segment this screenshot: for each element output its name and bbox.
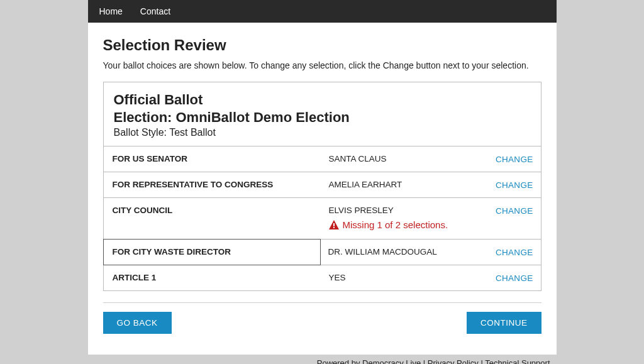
nav-home-link[interactable]: Home <box>99 6 123 16</box>
go-back-button[interactable]: GO BACK <box>103 312 172 334</box>
change-button[interactable]: CHANGE <box>496 180 533 190</box>
footer-powered: Powered by Democracy Live <box>317 358 421 365</box>
navbar: Home Contact <box>88 0 557 23</box>
selection-warning: Missing 1 of 2 selections. <box>329 219 477 231</box>
ballot-style: Ballot Style: Test Ballot <box>114 127 531 138</box>
svg-rect-1 <box>333 227 335 228</box>
ballot-row: FOR CITY WASTE DIRECTOR DR. WILLIAM MACD… <box>104 240 541 265</box>
page-container: Home Contact Selection Review Your ballo… <box>88 0 557 364</box>
page-subtitle: Your ballot choices are shown below. To … <box>103 60 541 70</box>
ballot-row: FOR REPRESENTATIVE TO CONGRESS AMELIA EA… <box>104 172 541 198</box>
main-content: Selection Review Your ballot choices are… <box>88 23 557 346</box>
selection-value: AMELIA EARHART <box>321 172 484 197</box>
change-button[interactable]: CHANGE <box>496 206 533 216</box>
contest-name: FOR CITY WASTE DIRECTOR <box>103 239 321 265</box>
ballot-title-line2: Election: OmniBallot Demo Election <box>114 109 531 126</box>
ballot-header: Official Ballot Election: OmniBallot Dem… <box>104 82 541 146</box>
selection-value: SANTA CLAUS <box>321 146 484 172</box>
footer: Powered by Democracy Live | Privacy Poli… <box>88 355 557 365</box>
footer-privacy-link[interactable]: Privacy Policy <box>428 358 479 365</box>
button-row: GO BACK CONTINUE <box>103 312 541 334</box>
change-button[interactable]: CHANGE <box>496 248 533 257</box>
change-button[interactable]: CHANGE <box>496 155 533 164</box>
selection-value: ELVIS PRESLEY <box>329 206 477 215</box>
nav-contact-link[interactable]: Contact <box>140 6 170 16</box>
warning-icon <box>329 220 339 229</box>
ballot-box: Official Ballot Election: OmniBallot Dem… <box>103 82 541 291</box>
contest-name: CITY COUNCIL <box>104 198 321 239</box>
ballot-title-line1: Official Ballot <box>114 91 531 109</box>
selection-value: YES <box>321 265 484 290</box>
svg-rect-0 <box>333 223 335 226</box>
contest-name: ARTICLE 1 <box>104 265 321 290</box>
selection-value: DR. WILLIAM MACDOUGAL <box>321 240 484 265</box>
contest-name: FOR REPRESENTATIVE TO CONGRESS <box>104 172 321 197</box>
warning-text: Missing 1 of 2 selections. <box>343 219 448 231</box>
ballot-row: FOR US SENATOR SANTA CLAUS CHANGE <box>104 146 541 172</box>
page-title: Selection Review <box>103 36 541 54</box>
selection-cell: ELVIS PRESLEY Missing 1 of 2 selections. <box>321 198 484 239</box>
divider <box>103 302 541 303</box>
ballot-row: ARTICLE 1 YES CHANGE <box>104 265 541 290</box>
continue-button[interactable]: CONTINUE <box>467 312 541 334</box>
change-button[interactable]: CHANGE <box>496 273 533 283</box>
ballot-row: CITY COUNCIL ELVIS PRESLEY Missing 1 of … <box>104 198 541 240</box>
footer-support-link[interactable]: Technical Support <box>485 358 550 365</box>
contest-name: FOR US SENATOR <box>104 146 321 172</box>
